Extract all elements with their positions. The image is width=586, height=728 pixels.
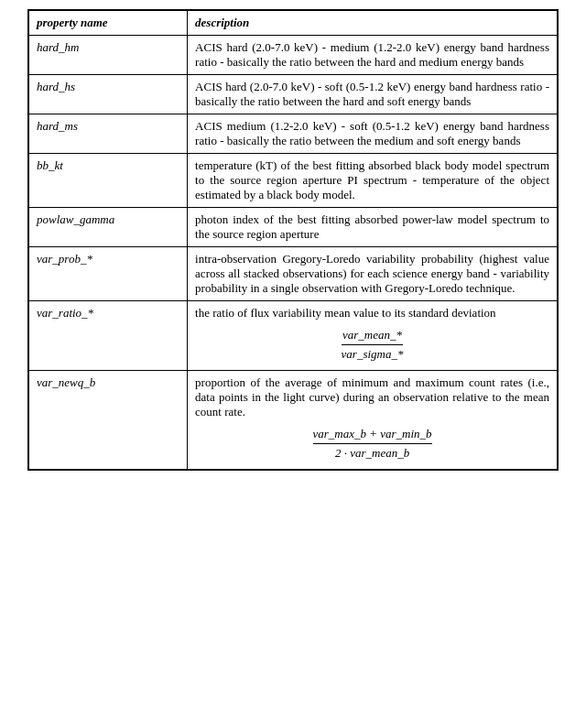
table-row: powlaw_gamma photon index of the best fi… xyxy=(29,208,558,247)
fraction-var-ratio: var_mean_* var_sigma_* xyxy=(342,328,404,362)
formula-var-newq: var_max_b + var_min_b 2 · var_mean_b xyxy=(195,427,549,461)
property-description: temperature (kT) of the best fitting abs… xyxy=(188,154,558,208)
fraction-denominator: var_sigma_* xyxy=(342,345,404,362)
table-row: hard_hs ACIS hard (2.0-7.0 keV) - soft (… xyxy=(29,75,558,114)
property-name: hard_hm xyxy=(29,36,188,75)
table-row: var_newq_b proportion of the average of … xyxy=(29,371,558,470)
table-row: hard_ms ACIS medium (1.2-2.0 keV) - soft… xyxy=(29,114,558,154)
table-row: var_prob_* intra-observation Gregory-Lor… xyxy=(29,247,558,301)
property-name: var_ratio_* xyxy=(29,301,188,371)
property-name: hard_ms xyxy=(29,114,188,154)
main-table: property name description hard_hm ACIS h… xyxy=(27,9,559,471)
fraction-numerator: var_mean_* xyxy=(342,328,404,345)
col-header-property: property name xyxy=(29,11,188,36)
property-description: photon index of the best fitting absorbe… xyxy=(188,208,558,247)
table-row: var_ratio_* the ratio of flux variabilit… xyxy=(29,301,558,371)
property-description: intra-observation Gregory-Loredo variabi… xyxy=(188,247,558,301)
table-row: bb_kt temperature (kT) of the best fitti… xyxy=(29,154,558,208)
property-description: ACIS medium (1.2-2.0 keV) - soft (0.5-1.… xyxy=(188,114,558,154)
property-name: bb_kt xyxy=(29,154,188,208)
fraction-denominator: 2 · var_mean_b xyxy=(313,444,432,461)
property-name: hard_hs xyxy=(29,75,188,114)
col-header-description: description xyxy=(188,11,558,36)
property-name: var_prob_* xyxy=(29,247,188,301)
property-description: the ratio of flux variability mean value… xyxy=(188,301,558,371)
formula-var-ratio: var_mean_* var_sigma_* xyxy=(195,328,549,362)
property-name: powlaw_gamma xyxy=(29,208,188,247)
table-row: hard_hm ACIS hard (2.0-7.0 keV) - medium… xyxy=(29,36,558,75)
property-description: ACIS hard (2.0-7.0 keV) - soft (0.5-1.2 … xyxy=(188,75,558,114)
fraction-var-newq: var_max_b + var_min_b 2 · var_mean_b xyxy=(313,427,432,461)
property-description: proportion of the average of minimum and… xyxy=(188,371,558,470)
fraction-numerator: var_max_b + var_min_b xyxy=(313,427,432,444)
property-name: var_newq_b xyxy=(29,371,188,470)
property-description: ACIS hard (2.0-7.0 keV) - medium (1.2-2.… xyxy=(188,36,558,75)
